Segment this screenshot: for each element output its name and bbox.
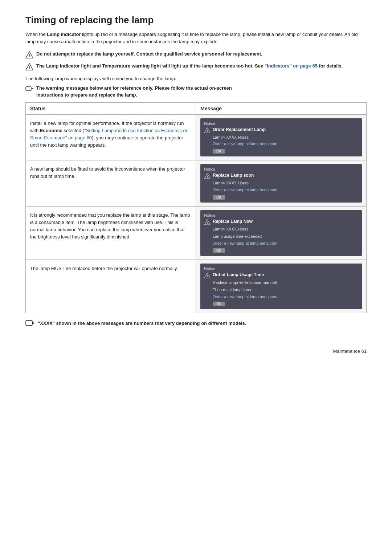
- msg-box-4: Notice ! Out of Lamp Usage Time Replace …: [200, 264, 362, 309]
- msg-ok-4: OK: [213, 302, 225, 306]
- lamp-warning-table: Status Message Install a new lamp for op…: [25, 102, 367, 313]
- row-3-status: It is strongly recommended that you repl…: [26, 207, 196, 260]
- msg-body-2: Lamp> XXXX Hours: [213, 180, 358, 186]
- msg-body-4b: Then reset lamp timer: [213, 287, 358, 293]
- followup-text: The following lamp warning displays will…: [25, 75, 367, 82]
- svg-rect-14: [26, 321, 32, 326]
- row-3-message: Notice ! Replace Lamp Now Lamp> XXXX Hou…: [196, 207, 366, 260]
- msg-content-2: Replace Lamp soon Lamp> XXXX Hours Order…: [213, 173, 358, 200]
- svg-marker-5: [31, 88, 33, 89]
- msg-row-1: ! Order Replacement Lamp Lamp> XXXX Hour…: [204, 127, 358, 154]
- note-text: The warning messages below are for refer…: [36, 85, 232, 99]
- msg-ok-1: OK: [213, 149, 225, 154]
- msg-body-3a: Lamp> XXXX Hours: [213, 226, 358, 232]
- msg-link-2: Order a new lamp at lamp.benq.com: [213, 188, 358, 192]
- page-title: Timing of replacing the lamp: [25, 15, 367, 26]
- msg-row-2: ! Replace Lamp soon Lamp> XXXX Hours Ord…: [204, 173, 358, 200]
- col-header-status: Status: [26, 103, 196, 114]
- msg-content-1: Order Replacement Lamp Lamp> XXXX Hours …: [213, 127, 358, 154]
- svg-text:!: !: [29, 65, 30, 70]
- svg-text:!: !: [29, 53, 30, 58]
- msg-body-4a: Replace lamp(Refer to user manual): [213, 279, 358, 286]
- row-2-message: Notice ! Replace Lamp soon Lamp> XXXX Ho…: [196, 160, 366, 206]
- msg-title-4: Out of Lamp Usage Time: [213, 272, 358, 277]
- msg-box-1: Notice ! Order Replacement Lamp Lamp> XX…: [200, 118, 362, 157]
- msg-notice-4: Notice: [204, 266, 358, 271]
- msg-row-4: ! Out of Lamp Usage Time Replace lamp(Re…: [204, 272, 358, 306]
- col-header-message: Message: [196, 103, 366, 114]
- msg-link-3: Order a new lamp at lamp.benq.com: [213, 241, 358, 245]
- msg-link-4: Order a new lamp at lamp.benq.com: [213, 294, 358, 299]
- intro-paragraph: When the Lamp indicator lights up red or…: [25, 31, 367, 45]
- row-1-status: Install a new lamp for optimal performan…: [26, 115, 196, 160]
- warning-text-2: The Lamp indicator light and Temperature…: [36, 62, 343, 70]
- msg-content-4: Out of Lamp Usage Time Replace lamp(Refe…: [213, 272, 358, 306]
- msg-ok-3: OK: [213, 248, 225, 253]
- msg-ok-2: OK: [213, 195, 225, 200]
- msg-content-3: Replace Lamp Now Lamp> XXXX Hours Lamp u…: [213, 219, 358, 253]
- warning-text-1: Do not attempt to replace the lamp yours…: [36, 50, 262, 58]
- msg-warning-icon-2: !: [204, 173, 211, 179]
- bottom-note-icon: [25, 320, 35, 326]
- table-row: It is strongly recommended that you repl…: [26, 207, 366, 260]
- msg-box-2: Notice ! Replace Lamp soon Lamp> XXXX Ho…: [200, 164, 362, 203]
- table-header: Status Message: [26, 103, 366, 115]
- row-4-status: The lamp MUST be replaced before the pro…: [26, 260, 196, 313]
- msg-row-3: ! Replace Lamp Now Lamp> XXXX Hours Lamp…: [204, 219, 358, 253]
- footer: Maintenance 61: [25, 348, 367, 354]
- row-2-status: A new lamp should be fitted to avoid the…: [26, 160, 196, 206]
- table-row: Install a new lamp for optimal performan…: [26, 115, 366, 161]
- row-4-message: Notice ! Out of Lamp Usage Time Replace …: [196, 260, 366, 313]
- warning-block-2: ! The Lamp indicator light and Temperatu…: [25, 62, 367, 71]
- svg-text:!: !: [207, 129, 208, 133]
- msg-title-2: Replace Lamp soon: [213, 173, 358, 178]
- bottom-note-text: "XXXX" shown in the above messages are n…: [38, 320, 246, 327]
- note-icon: [25, 85, 33, 92]
- table-row: The lamp MUST be replaced before the pro…: [26, 260, 366, 313]
- msg-warning-icon-1: !: [204, 127, 211, 134]
- svg-text:!: !: [207, 274, 208, 278]
- svg-rect-4: [26, 87, 31, 91]
- msg-notice-3: Notice: [204, 213, 358, 217]
- msg-box-3: Notice ! Replace Lamp Now Lamp> XXXX Hou…: [200, 210, 362, 256]
- msg-notice-2: Notice: [204, 167, 358, 171]
- msg-body-3b: Lamp usage time exceeded: [213, 233, 358, 240]
- warning-block-1: ! Do not attempt to replace the lamp you…: [25, 50, 367, 59]
- msg-title-3: Replace Lamp Now: [213, 219, 358, 224]
- svg-marker-15: [32, 322, 34, 324]
- msg-notice-1: Notice: [204, 121, 358, 126]
- msg-link-1: Order a new lamp at lamp.benq.com: [213, 142, 358, 146]
- warning-icon-2: !: [25, 63, 33, 71]
- bottom-note-block: "XXXX" shown in the above messages are n…: [25, 320, 367, 327]
- msg-title-1: Order Replacement Lamp: [213, 127, 358, 132]
- note-block: The warning messages below are for refer…: [25, 85, 367, 99]
- msg-body-1: Lamp> XXXX Hours: [213, 134, 358, 140]
- svg-text:!: !: [207, 221, 208, 225]
- row-1-message: Notice ! Order Replacement Lamp Lamp> XX…: [196, 115, 366, 160]
- msg-warning-icon-4: !: [204, 272, 211, 279]
- warning-icon-1: !: [25, 51, 33, 59]
- svg-text:!: !: [207, 175, 208, 179]
- table-row: A new lamp should be fitted to avoid the…: [26, 160, 366, 207]
- msg-warning-icon-3: !: [204, 219, 211, 225]
